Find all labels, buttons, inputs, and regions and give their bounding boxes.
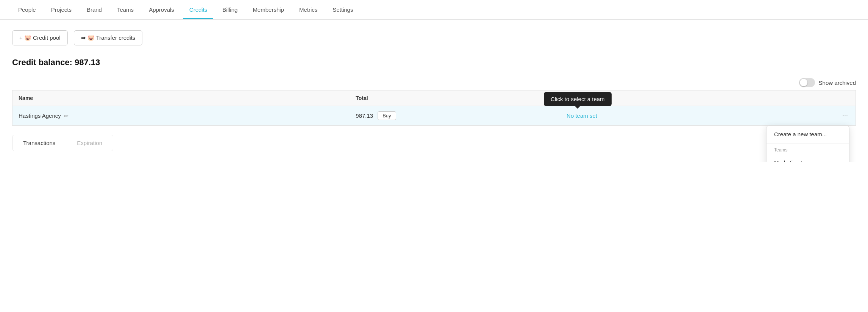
tab-transactions[interactable]: Transactions [12,135,66,151]
dropdown-section-teams-label: Teams [767,143,849,154]
row-total-value: 987.13 [356,112,373,119]
transfer-credits-button[interactable]: ➡ 🐷 Transfer credits [74,30,143,45]
top-navigation: People Projects Brand Teams Approvals Cr… [0,0,868,20]
nav-item-approvals[interactable]: Approvals [143,1,180,19]
row-name-cell: Hastings Agency ✏ [12,106,350,126]
table-header: Name Total Assigned team [12,90,856,106]
nav-item-projects[interactable]: Projects [45,1,78,19]
more-options-button[interactable]: ··· [841,112,849,120]
edit-icon[interactable]: ✏ [64,113,69,119]
nav-item-billing[interactable]: Billing [216,1,244,19]
action-buttons-row: + 🐷 Credit pool ➡ 🐷 Transfer credits [12,30,856,45]
bottom-tabs: Transactions Expiration [12,135,113,151]
buy-button[interactable]: Buy [378,111,396,120]
table-header-row: Show archived [12,78,856,87]
row-assigned-team-cell: Click to select a team No team set ··· C… [560,106,856,126]
nav-item-brand[interactable]: Brand [81,1,108,19]
create-new-team-item[interactable]: Create a new team... [767,126,849,143]
team-dropdown: Create a new team... Teams Marketing tea… [766,125,849,162]
row-name-label: Hastings Agency [19,112,61,119]
row-total-cell: 987.13 Buy [350,106,560,126]
nav-item-credits[interactable]: Credits [183,1,214,19]
credits-table: Name Total Assigned team Hastings Agency… [12,90,856,126]
main-content: + 🐷 Credit pool ➡ 🐷 Transfer credits Cre… [0,20,868,162]
show-archived-toggle[interactable] [799,78,815,87]
no-team-link[interactable]: No team set [567,112,597,119]
show-archived-row: Show archived [799,78,856,87]
nav-item-people[interactable]: People [12,1,42,19]
table-row: Hastings Agency ✏ 987.13 Buy Click to se… [12,106,856,126]
tab-expiration[interactable]: Expiration [66,135,113,151]
nav-item-teams[interactable]: Teams [111,1,140,19]
show-archived-label: Show archived [819,80,856,86]
assigned-team-container: Click to select a team No team set ··· C… [567,112,849,120]
credit-balance: Credit balance: 987.13 [12,58,856,67]
credit-pool-button[interactable]: + 🐷 Credit pool [12,30,68,45]
nav-item-settings[interactable]: Settings [326,1,359,19]
dropdown-team-marketing[interactable]: Marketing team [767,154,849,162]
col-header-name: Name [12,90,350,106]
col-header-assigned-team: Assigned team [560,90,856,106]
nav-item-membership[interactable]: Membership [247,1,290,19]
nav-item-metrics[interactable]: Metrics [293,1,323,19]
col-header-total: Total [350,90,560,106]
